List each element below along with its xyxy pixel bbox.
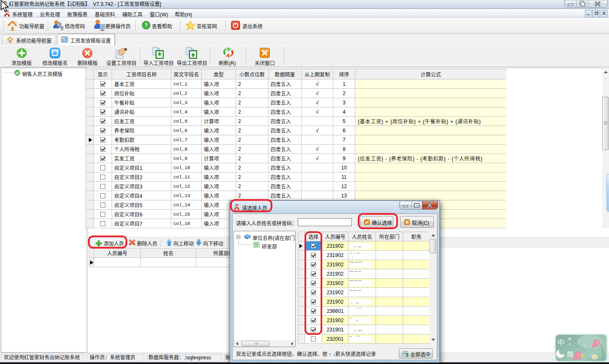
svg-text:简: 简 — [567, 348, 574, 359]
svg-text:，: ， — [568, 338, 574, 346]
svg-text:?: ? — [144, 22, 148, 28]
svg-text:中: 中 — [557, 337, 565, 347]
